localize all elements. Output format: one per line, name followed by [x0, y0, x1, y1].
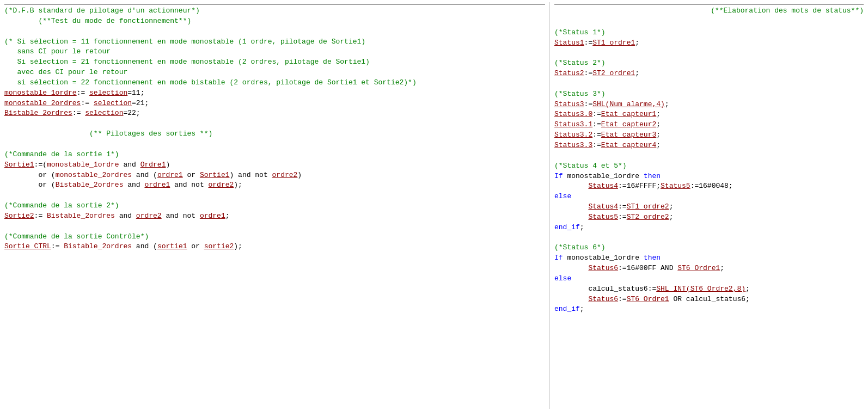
code-line: (*D.F.B standard de pilotage d'un action… [4, 6, 545, 16]
code-line: Status3.0:=Etat capteur1; [554, 109, 864, 120]
code-line: Status4:=ST1 ordre2; [554, 202, 864, 212]
code-line [554, 17, 864, 28]
code-line: If monostable_1ordre then [554, 171, 864, 182]
code-line: (*Status 4 et 5*) [554, 161, 864, 171]
code-line [554, 151, 864, 161]
code-line: (*Status 6*) [554, 243, 864, 253]
code-line: calcul_status6:=SHL_INT(ST6 Ordre2,8); [554, 284, 864, 295]
code-line [4, 119, 545, 129]
code-line [4, 139, 545, 150]
code-line: si sélection = 22 fonctionnement en mode… [4, 78, 545, 88]
code-line: (*Commande de la sortie Contrôle*) [4, 232, 545, 242]
code-line [554, 233, 864, 243]
code-line: Sortie CTRL:= Bistable_2ordres and (sort… [4, 242, 545, 252]
code-line: Status3.3:=Etat capteur4; [554, 140, 864, 151]
code-line [554, 48, 864, 58]
code-line: end_if; [554, 304, 864, 315]
code-line: Sortie1:=(monostable_1ordre and Ordre1) [4, 160, 545, 170]
code-line: monostable_1ordre:= selection=11; [4, 88, 545, 99]
code-line: Status3:=SHL(Num alarme,4); [554, 100, 864, 110]
right-panel: (**Elaboration des mots de status**) (*S… [550, 2, 868, 409]
code-line: or (Bistable_2ordres and ordre1 and not … [4, 180, 545, 191]
code-line: Status4:=16#FFFF;Status5:=16#0048; [554, 181, 864, 192]
code-line [4, 27, 545, 37]
code-line: (* Si sélection = 11 fonctionnement en m… [4, 37, 545, 47]
code-line: Status3.1:=Etat capteur2; [554, 120, 864, 130]
code-line: Bistable_2ordres:= selection=22; [4, 108, 545, 119]
code-line: Status3.2:=Etat capteur3; [554, 130, 864, 140]
code-line: Sortie2:= Bistable_2ordres and ordre2 an… [4, 211, 545, 222]
code-line: Status6:=ST6 Ordre1 OR calcul_status6; [554, 295, 864, 305]
code-line: (*Commande de la sortie 2*) [4, 201, 545, 211]
code-line: sans CI pour le retour [4, 47, 545, 57]
code-line [4, 191, 545, 201]
left-panel: (*D.F.B standard de pilotage d'un action… [0, 2, 550, 409]
code-line: Si sélection = 21 fonctionnement en mode… [4, 57, 545, 68]
code-line [554, 79, 864, 89]
code-line: Status2:=ST2 ordre1; [554, 69, 864, 79]
right-panel-header: (**Elaboration des mots de status**) [711, 6, 864, 16]
code-line: (*Commande de la sortie 1*) [4, 150, 545, 160]
code-line: monostable_2ordres:= selection=21; [4, 99, 545, 109]
code-line: (**Test du mode de fonctionnement**) [4, 16, 545, 27]
page-container: (*D.F.B standard de pilotage d'un action… [0, 0, 868, 411]
code-line: avec des CI pour le retour [4, 68, 545, 78]
code-line [4, 222, 545, 232]
code-line: Status6:=16#00FF AND ST6 Ordre1; [554, 263, 864, 274]
code-line: If monostable_1ordre then [554, 253, 864, 263]
code-line: or (monostable_2ordres and (ordre1 or So… [4, 170, 545, 181]
code-line: (*Status 1*) [554, 28, 864, 38]
code-line: (*Status 3*) [554, 89, 864, 100]
code-line: Status1:=ST1 ordre1; [554, 38, 864, 48]
code-line: (*Status 2*) [554, 58, 864, 69]
code-line: end_if; [554, 223, 864, 233]
code-line: else [554, 192, 864, 202]
code-line: (** Pilotages des sorties **) [4, 129, 545, 139]
code-line: Status5:=ST2 ordre2; [554, 212, 864, 223]
code-line: else [554, 274, 864, 284]
